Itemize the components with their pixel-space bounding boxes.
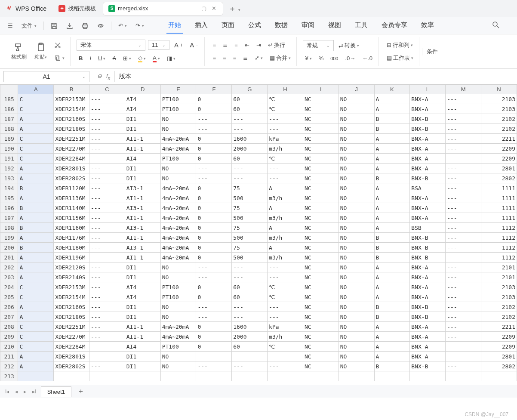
cell[interactable]: XDER2160S: [54, 302, 89, 312]
column-header[interactable]: C: [89, 85, 125, 94]
cell[interactable]: 2209: [481, 332, 517, 342]
cell[interactable]: NO: [160, 352, 196, 361]
cell[interactable]: 1112: [481, 233, 517, 243]
cell[interactable]: 1112: [481, 243, 517, 253]
template-tab[interactable]: ✦ 找稻壳模板: [53, 2, 101, 15]
cell[interactable]: 2102: [481, 312, 517, 322]
cell[interactable]: ---: [196, 173, 232, 183]
cell[interactable]: XDER2160S: [54, 114, 89, 124]
cell[interactable]: NO: [339, 114, 374, 124]
cell[interactable]: XDER1140M: [54, 203, 89, 213]
cell[interactable]: 4mA~20mA: [160, 223, 196, 233]
cell[interactable]: XDER2802S: [54, 173, 89, 183]
save-icon[interactable]: [47, 20, 61, 32]
cell[interactable]: NC: [303, 104, 339, 114]
cell[interactable]: A: [18, 312, 54, 322]
cell[interactable]: 2102: [481, 124, 517, 134]
cell[interactable]: 4mA~20mA: [160, 193, 196, 203]
cell[interactable]: NO: [339, 173, 374, 183]
cell[interactable]: ---: [89, 144, 125, 154]
cell[interactable]: NC: [303, 173, 339, 183]
cell[interactable]: ---: [232, 124, 268, 134]
cell[interactable]: NC: [303, 342, 339, 352]
cell[interactable]: XDER2153M: [54, 94, 89, 104]
cell[interactable]: ---: [232, 173, 268, 183]
cell[interactable]: 2103: [481, 94, 517, 104]
cell[interactable]: AI3-1: [125, 183, 160, 193]
row-header[interactable]: 192: [0, 164, 18, 173]
cell[interactable]: BNX-A: [410, 193, 446, 203]
cell[interactable]: XDER2120S: [54, 262, 89, 272]
cell[interactable]: ---: [446, 253, 481, 262]
cell[interactable]: ---: [446, 312, 481, 322]
cell[interactable]: ---: [89, 134, 125, 144]
cell[interactable]: AI1-1: [125, 233, 160, 243]
cell[interactable]: ---: [89, 223, 125, 233]
column-header[interactable]: L: [410, 85, 446, 94]
cell[interactable]: AI1-1: [125, 322, 160, 332]
cell[interactable]: [89, 371, 125, 381]
cell[interactable]: AI4: [125, 94, 160, 104]
cell[interactable]: ---: [89, 193, 125, 203]
cell[interactable]: ---: [89, 262, 125, 272]
row-header[interactable]: 212: [0, 361, 18, 371]
cell[interactable]: NC: [303, 312, 339, 322]
cell[interactable]: A: [374, 94, 410, 104]
cell[interactable]: NC: [303, 361, 339, 371]
cell[interactable]: [339, 371, 374, 381]
cell[interactable]: 500: [232, 253, 268, 262]
cell[interactable]: NO: [339, 342, 374, 352]
cell[interactable]: PT100: [160, 342, 196, 352]
cell[interactable]: ---: [446, 193, 481, 203]
column-header[interactable]: J: [339, 85, 374, 94]
cell[interactable]: ---: [446, 213, 481, 223]
cell[interactable]: NC: [303, 272, 339, 282]
close-tab-icon[interactable]: ✕: [210, 5, 218, 12]
row-header[interactable]: 208: [0, 322, 18, 332]
select-all-corner[interactable]: [0, 85, 18, 94]
cell[interactable]: ---: [196, 114, 232, 124]
fx-icon[interactable]: fx: [106, 73, 110, 80]
font-family-select[interactable]: 宋体⌄: [77, 40, 145, 51]
spreadsheet-grid[interactable]: ABCDEFGHIJKLMN 185CXDER2153M---AI4PT1000…: [0, 84, 517, 385]
cell[interactable]: 500: [232, 193, 268, 203]
cell[interactable]: ---: [232, 361, 268, 371]
cell[interactable]: ---: [446, 292, 481, 302]
cell[interactable]: A: [374, 272, 410, 282]
cell[interactable]: ---: [232, 164, 268, 173]
row-header[interactable]: 198: [0, 223, 18, 233]
cell[interactable]: NO: [339, 282, 374, 292]
cell[interactable]: ℃: [268, 104, 303, 114]
row-header[interactable]: 202: [0, 262, 18, 272]
cell[interactable]: ---: [89, 253, 125, 262]
export-icon[interactable]: [63, 20, 77, 32]
cell[interactable]: ---: [89, 292, 125, 302]
cell[interactable]: [374, 371, 410, 381]
convert-button[interactable]: ⇄ 转换▾: [336, 40, 361, 51]
cell[interactable]: BSB: [410, 223, 446, 233]
column-header[interactable]: G: [232, 85, 268, 94]
cell[interactable]: XDER2801S: [54, 352, 89, 361]
cell[interactable]: AI1-1: [125, 213, 160, 223]
cell[interactable]: ---: [89, 352, 125, 361]
cell[interactable]: B: [374, 361, 410, 371]
cell[interactable]: ---: [232, 312, 268, 322]
align-middle-icon[interactable]: ≣: [221, 40, 230, 49]
cell[interactable]: XDER1120M: [54, 183, 89, 193]
cell[interactable]: NC: [303, 203, 339, 213]
app-tab[interactable]: WPS Office: [0, 0, 52, 17]
cell[interactable]: m3/h: [268, 233, 303, 243]
cell[interactable]: ---: [446, 272, 481, 282]
cell[interactable]: XDER2284M: [54, 342, 89, 352]
cell[interactable]: [232, 371, 268, 381]
cell[interactable]: ---: [89, 183, 125, 193]
cell[interactable]: ---: [89, 164, 125, 173]
cell[interactable]: [54, 371, 89, 381]
ribbon-tab-3[interactable]: 公式: [246, 18, 263, 34]
row-header[interactable]: 195: [0, 193, 18, 203]
cell[interactable]: ---: [446, 223, 481, 233]
cell[interactable]: BNX-B: [410, 173, 446, 183]
cell[interactable]: ---: [89, 233, 125, 243]
ribbon-tab-1[interactable]: 插入: [193, 18, 209, 34]
cell[interactable]: 2103: [481, 104, 517, 114]
